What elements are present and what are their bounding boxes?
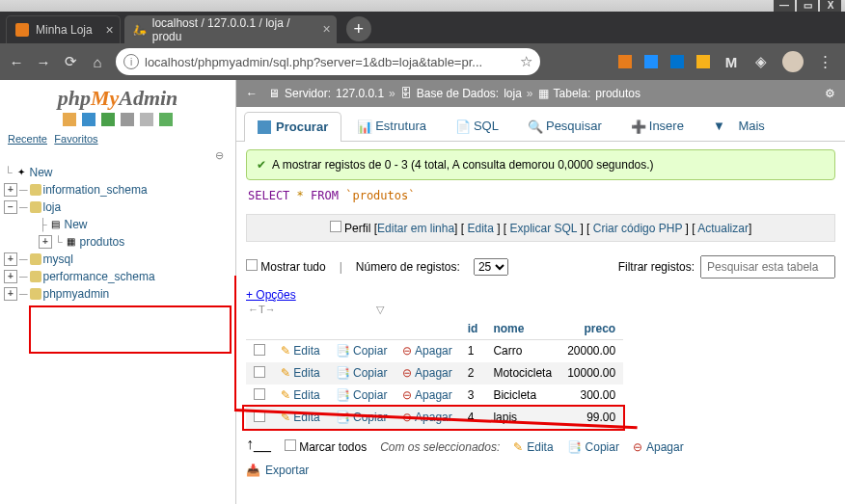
profile-checkbox[interactable]: [330, 221, 341, 232]
tab-insert[interactable]: ➕Insere: [617, 111, 697, 141]
home-icon[interactable]: [63, 113, 76, 126]
expand-icon[interactable]: +: [4, 287, 17, 301]
window-minimize-button[interactable]: —: [774, 0, 795, 12]
cell-nome: Bicicleta: [485, 385, 559, 407]
row-copy-link[interactable]: 📑 Copiar: [336, 388, 388, 402]
table-icon: ▦: [65, 235, 78, 249]
close-tab-icon[interactable]: ×: [106, 23, 114, 37]
favorites-link[interactable]: Favoritos: [54, 133, 97, 145]
bulk-edit-link[interactable]: ✎Edita: [513, 440, 553, 454]
ext-icon-4[interactable]: [696, 55, 710, 68]
collapse-icon[interactable]: −: [4, 200, 17, 214]
profile-avatar[interactable]: [782, 51, 804, 72]
reload-nav-icon[interactable]: [159, 113, 173, 126]
tab-search[interactable]: 🔍Pesquisar: [514, 111, 615, 141]
settings-icon[interactable]: [121, 113, 134, 126]
num-rows-select[interactable]: 25: [474, 258, 508, 276]
bc-table[interactable]: produtos: [595, 87, 641, 100]
explain-sql-link[interactable]: Explicar SQL: [509, 222, 577, 235]
tree-db-4[interactable]: phpmyadmin: [43, 285, 110, 303]
col-id[interactable]: id: [460, 318, 486, 340]
ext-icon-1[interactable]: [618, 55, 632, 68]
row-edit-link[interactable]: ✎ Edita: [281, 411, 320, 424]
database-icon: [30, 271, 41, 282]
tree-new-db[interactable]: New: [30, 164, 53, 181]
nav-toggle-icon[interactable]: ←: [246, 87, 259, 100]
bc-server-label: Servidor:: [285, 87, 331, 100]
site-info-icon[interactable]: i: [123, 54, 139, 69]
tree-db-3[interactable]: performance_schema: [43, 268, 155, 285]
row-copy-link[interactable]: 📑 Copiar: [336, 411, 388, 424]
row-delete-link[interactable]: ⊖ Apagar: [402, 411, 451, 424]
url-box[interactable]: i localhost/phpmyadmin/sql.php?server=1&…: [116, 48, 540, 75]
close-tab-icon[interactable]: ×: [323, 22, 331, 36]
reload-button[interactable]: ⟳: [62, 53, 79, 70]
row-delete-link[interactable]: ⊖ Apagar: [402, 344, 451, 358]
browser-tabstrip: Minha Loja × 🛵 localhost / 127.0.0.1 / l…: [0, 12, 845, 43]
forward-button[interactable]: →: [35, 53, 52, 70]
create-php-link[interactable]: Criar código PHP: [593, 222, 682, 235]
docs-icon[interactable]: [101, 113, 115, 126]
expand-icon[interactable]: +: [4, 252, 17, 266]
gear-icon[interactable]: [140, 113, 153, 126]
tree-loja-new[interactable]: New: [65, 216, 88, 233]
tab-sql[interactable]: 📄SQL: [442, 111, 512, 141]
check-all-checkbox[interactable]: [285, 439, 296, 451]
tab-structure[interactable]: 📊Estrutura: [343, 111, 440, 141]
row-checkbox[interactable]: [254, 344, 265, 356]
row-delete-link[interactable]: ⊖ Apagar: [402, 366, 451, 380]
refresh-link[interactable]: Actualizar: [697, 222, 749, 235]
row-copy-link[interactable]: 📑 Copiar: [336, 344, 388, 358]
tree-table-produtos[interactable]: produtos: [80, 233, 125, 251]
row-delete-link[interactable]: ⊖ Apagar: [402, 388, 451, 402]
tab-browse[interactable]: Procurar: [244, 112, 341, 142]
expand-icon[interactable]: +: [4, 270, 17, 283]
row-edit-link[interactable]: ✎ Edita: [281, 366, 320, 380]
copy-icon: 📑: [336, 366, 350, 380]
edit-query-link[interactable]: Edita: [467, 222, 493, 235]
ext-geo-icon[interactable]: ◈: [752, 53, 770, 70]
col-preco[interactable]: preco: [559, 318, 623, 340]
browser-tab-1[interactable]: 🛵 localhost / 127.0.0.1 / loja / produ ×: [124, 15, 337, 43]
logout-icon[interactable]: [82, 113, 95, 126]
show-all-label[interactable]: Mostrar tudo: [246, 259, 326, 274]
tree-db-2[interactable]: mysql: [43, 251, 73, 268]
ext-m-icon[interactable]: M: [722, 53, 740, 70]
row-edit-link[interactable]: ✎ Edita: [281, 388, 320, 402]
show-all-checkbox[interactable]: [246, 259, 258, 271]
row-edit-link[interactable]: ✎ Edita: [281, 344, 320, 358]
new-tab-button[interactable]: +: [346, 16, 371, 41]
tree-db-1[interactable]: loja: [43, 199, 62, 216]
row-checkbox[interactable]: [254, 411, 265, 422]
tab-more[interactable]: ▼ Mais: [699, 111, 778, 141]
check-all-label[interactable]: Marcar todos: [285, 439, 367, 454]
recent-link[interactable]: Recente: [8, 133, 47, 145]
browser-menu-icon[interactable]: ⋮: [816, 53, 833, 70]
col-nome[interactable]: nome: [485, 318, 559, 340]
bulk-copy-link[interactable]: 📑Copiar: [567, 440, 619, 454]
bc-db[interactable]: loja: [504, 87, 522, 100]
expand-icon[interactable]: +: [4, 183, 17, 197]
row-copy-link[interactable]: 📑 Copiar: [336, 366, 388, 380]
ext-icon-3[interactable]: [670, 55, 684, 68]
window-close-button[interactable]: X: [820, 0, 841, 12]
tree-db-0[interactable]: information_schema: [43, 181, 148, 199]
row-checkbox[interactable]: [254, 388, 265, 400]
bookmark-star-icon[interactable]: ☆: [520, 53, 532, 70]
ext-icon-2[interactable]: [644, 55, 658, 68]
expand-icon[interactable]: +: [39, 235, 52, 249]
edit-inline-link[interactable]: Editar em linha: [377, 222, 454, 235]
browser-tab-0[interactable]: Minha Loja ×: [6, 15, 121, 43]
export-link[interactable]: 📥Exportar: [246, 464, 309, 477]
options-toggle[interactable]: + Opções: [246, 288, 296, 302]
row-checkbox[interactable]: [254, 366, 265, 378]
pma-logo: phpMyAdmin: [2, 86, 233, 113]
collapse-icon[interactable]: ⊖: [2, 149, 233, 164]
bulk-delete-link[interactable]: ⊖Apagar: [633, 440, 684, 454]
home-button[interactable]: ⌂: [89, 53, 106, 70]
bc-server[interactable]: 127.0.0.1: [336, 87, 384, 100]
page-settings-icon[interactable]: ⚙: [825, 87, 835, 100]
filter-input[interactable]: [700, 255, 835, 279]
window-maximize-button[interactable]: ▭: [797, 0, 818, 12]
back-button[interactable]: ←: [8, 53, 25, 70]
